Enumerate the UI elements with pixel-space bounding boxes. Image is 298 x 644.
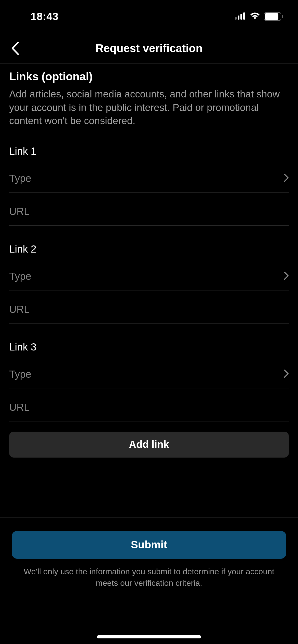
link-2-url-row[interactable]: URL bbox=[9, 296, 289, 324]
link-3-url-placeholder: URL bbox=[9, 402, 30, 413]
main-content: Links (optional) Add articles, social me… bbox=[0, 70, 298, 458]
link-2-url-placeholder: URL bbox=[9, 304, 30, 315]
svg-rect-1 bbox=[238, 16, 239, 20]
section-title: Links (optional) bbox=[9, 70, 289, 83]
submit-button[interactable]: Submit bbox=[12, 531, 286, 559]
link-3-type-row[interactable]: Type bbox=[9, 360, 289, 388]
link-1-label: Link 1 bbox=[9, 145, 289, 157]
link-1-type-placeholder: Type bbox=[9, 173, 31, 184]
link-1-type-row[interactable]: Type bbox=[9, 165, 289, 193]
link-group-2: Link 2 Type URL bbox=[9, 243, 289, 324]
link-group-1: Link 1 Type URL bbox=[9, 145, 289, 226]
svg-rect-3 bbox=[243, 12, 245, 20]
link-2-label: Link 2 bbox=[9, 243, 289, 255]
link-2-type-row[interactable]: Type bbox=[9, 262, 289, 290]
home-indicator[interactable] bbox=[97, 635, 201, 638]
wifi-icon bbox=[250, 12, 260, 21]
link-1-url-placeholder: URL bbox=[9, 206, 30, 217]
link-1-url-row[interactable]: URL bbox=[9, 198, 289, 226]
link-3-label: Link 3 bbox=[9, 341, 289, 353]
back-button[interactable] bbox=[8, 41, 23, 56]
add-link-label: Add link bbox=[129, 439, 169, 450]
status-time: 18:43 bbox=[31, 10, 59, 23]
cellular-signal-icon bbox=[235, 12, 246, 21]
footer-section: Submit We'll only use the information yo… bbox=[0, 517, 298, 589]
footer-note: We'll only use the information you submi… bbox=[12, 566, 286, 589]
chevron-right-icon bbox=[284, 369, 289, 379]
chevron-right-icon bbox=[284, 173, 289, 183]
status-bar: 18:43 83 bbox=[0, 0, 298, 33]
battery-level: 83 bbox=[269, 13, 276, 20]
add-link-button[interactable]: Add link bbox=[9, 432, 289, 458]
link-3-type-placeholder: Type bbox=[9, 369, 31, 380]
chevron-left-icon bbox=[11, 41, 20, 55]
link-3-url-row[interactable]: URL bbox=[9, 393, 289, 421]
svg-rect-2 bbox=[240, 14, 242, 20]
section-description: Add articles, social media accounts, and… bbox=[9, 87, 289, 128]
page-title: Request verification bbox=[96, 42, 203, 55]
status-icons: 83 bbox=[235, 12, 283, 21]
nav-header: Request verification bbox=[0, 33, 298, 64]
battery-icon: 83 bbox=[264, 12, 283, 21]
link-2-type-placeholder: Type bbox=[9, 271, 31, 282]
submit-label: Submit bbox=[131, 539, 167, 551]
svg-rect-0 bbox=[235, 17, 237, 20]
chevron-right-icon bbox=[284, 271, 289, 281]
link-group-3: Link 3 Type URL bbox=[9, 341, 289, 421]
